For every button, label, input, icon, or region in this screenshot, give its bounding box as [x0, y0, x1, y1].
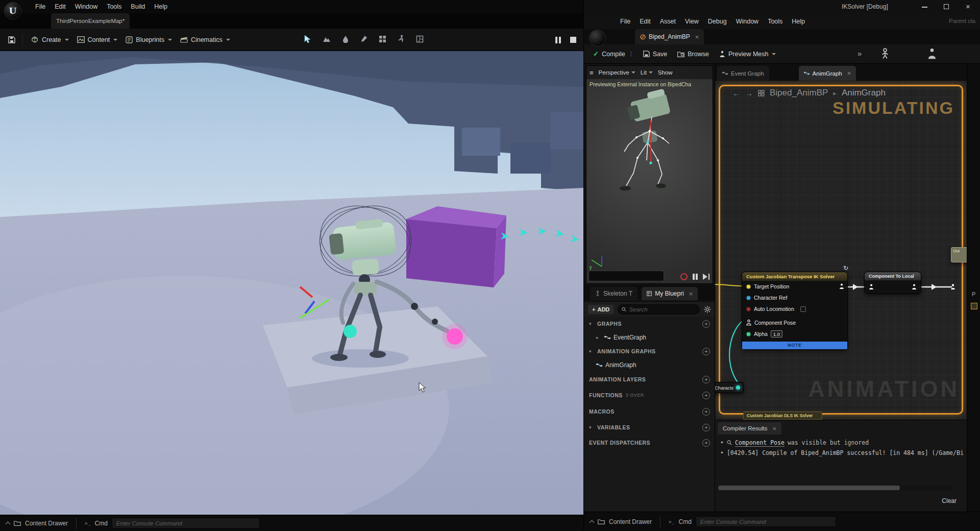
bp-menu-file[interactable]: File — [616, 16, 635, 27]
bp-menu-asset[interactable]: Asset — [655, 16, 680, 27]
caret-down-icon[interactable]: ▾ — [589, 425, 594, 430]
tab-compiler-results[interactable]: Compiler Results × — [718, 422, 781, 435]
alpha-value-input[interactable]: 1.0 — [771, 330, 782, 337]
bp-menu-window[interactable]: Window — [731, 16, 763, 27]
pose-input-pin[interactable] — [869, 284, 874, 290]
pin-dot[interactable] — [746, 307, 751, 311]
tab-event-graph[interactable]: Event Graph — [717, 66, 769, 81]
pin-dot[interactable] — [746, 296, 751, 300]
asset-tab[interactable]: Biped_AnimBP × — [635, 29, 704, 44]
nav-back-icon[interactable]: ← — [732, 89, 740, 98]
content-drawer-button[interactable]: Content Drawer — [609, 518, 652, 525]
browse-button[interactable]: Browse — [673, 48, 713, 60]
tab-animgraph[interactable]: AnimGraph × — [799, 66, 856, 81]
cmd-label[interactable]: Cmd — [95, 520, 108, 527]
expand-drawer-icon[interactable] — [590, 520, 595, 525]
tree-section-animation-layers[interactable]: ANIMATION LAYERS + — [584, 372, 715, 387]
foliage-mode-icon[interactable] — [342, 35, 349, 45]
preview-pause-button[interactable] — [693, 274, 698, 280]
level-viewport[interactable] — [0, 51, 583, 515]
dls-solver-node-partial[interactable]: Custom Jacobian DLS IK Solver — [743, 412, 822, 420]
close-tab-icon[interactable]: × — [689, 290, 693, 298]
collapsed-panel-icon[interactable] — [971, 303, 977, 309]
tree-section-functions[interactable]: FUNCTIONS 3 OVER + — [584, 387, 715, 403]
tree-section-graphs[interactable]: ▾ GRAPHS + — [584, 317, 715, 331]
search-icon[interactable] — [727, 440, 732, 445]
close-tab-icon[interactable]: × — [847, 69, 851, 77]
bookmark-grid-icon[interactable] — [758, 90, 765, 96]
pose-output-pin[interactable] — [912, 284, 917, 290]
maximize-button[interactable] — [944, 4, 949, 9]
minimize-button[interactable] — [922, 7, 927, 8]
log-link[interactable]: Component Pose — [735, 439, 785, 447]
object-pin[interactable] — [736, 385, 740, 390]
toolbar-overflow-chevrons[interactable]: » — [857, 49, 862, 58]
pose-input-pin[interactable] — [746, 320, 751, 326]
select-mode-icon[interactable] — [304, 35, 311, 45]
skeleton-tree-icon[interactable] — [880, 48, 890, 61]
add-event-dispatcher-button[interactable]: + — [702, 439, 710, 447]
character-preview-icon[interactable] — [927, 48, 937, 61]
pose-output-pin[interactable] — [839, 283, 844, 289]
animgraph-canvas[interactable]: ← → Biped_AnimBP ▸ AnimGraph SIMULATING … — [715, 81, 967, 420]
caret-down-icon[interactable]: ▾ — [589, 349, 594, 354]
preview-viewport[interactable]: ≡ Perspective Lit Show Previewing Extern… — [586, 65, 713, 284]
search-input[interactable] — [629, 305, 696, 314]
menu-window[interactable]: Window — [70, 2, 102, 12]
fracture-mode-icon[interactable] — [416, 35, 424, 45]
add-animation-graph-button[interactable]: + — [702, 348, 710, 355]
bp-menu-help[interactable]: Help — [787, 16, 810, 27]
close-window-button[interactable]: × — [966, 2, 970, 11]
modeling-mode-icon[interactable] — [379, 35, 386, 45]
auto-locomotion-checkbox[interactable] — [800, 306, 806, 312]
preview-mesh-button[interactable]: Preview Mesh — [715, 48, 780, 60]
caret-right-icon[interactable]: ▸ — [596, 335, 601, 340]
close-tab-icon[interactable]: × — [695, 33, 699, 41]
gear-icon[interactable] — [704, 306, 711, 313]
menu-edit[interactable]: Edit — [50, 2, 70, 12]
animation-mode-icon[interactable] — [398, 35, 405, 45]
save-button[interactable]: Save — [639, 48, 672, 60]
pause-button[interactable] — [555, 37, 561, 43]
output-node-partial[interactable]: Out — [951, 247, 967, 262]
caret-down-icon[interactable]: ▾ — [589, 321, 594, 326]
tree-section-animation-graphs[interactable]: ▾ ANIMATION GRAPHS + — [584, 344, 715, 358]
tree-item-animgraph[interactable]: AnimGraph — [584, 358, 715, 372]
collapsed-panel-label[interactable]: P — [972, 291, 975, 297]
expand-drawer-icon[interactable] — [6, 521, 11, 526]
bp-menu-view[interactable]: View — [680, 16, 703, 27]
clear-button[interactable]: Clear — [938, 496, 961, 506]
blueprints-button[interactable]: Blueprints — [121, 34, 176, 46]
create-button[interactable]: Create — [27, 33, 73, 46]
tree-section-variables[interactable]: ▾ VARIABLES + — [584, 420, 715, 435]
cinematics-button[interactable]: Cinematics — [176, 34, 234, 46]
bp-menu-edit[interactable]: Edit — [635, 16, 655, 27]
tree-section-event-dispatchers[interactable]: EVENT DISPATCHERS + — [584, 435, 715, 450]
menu-build[interactable]: Build — [126, 2, 150, 12]
pin-dot[interactable] — [746, 332, 751, 336]
pin-alpha[interactable]: Alpha 1.0 — [742, 328, 847, 340]
bp-menu-tools[interactable]: Tools — [763, 16, 787, 27]
paint-mode-icon[interactable] — [360, 35, 368, 45]
breadcrumb-current[interactable]: AnimGraph — [842, 88, 886, 98]
content-button[interactable]: Content — [73, 34, 122, 46]
bp-menu-debug[interactable]: Debug — [703, 16, 731, 27]
ik-solver-node[interactable]: ↻ Custom Jacobian Transpose IK Solver Ta… — [742, 272, 848, 350]
record-button[interactable] — [680, 273, 688, 280]
compile-button[interactable]: ✓ Compile ⋮ — [590, 48, 637, 60]
save-level-button[interactable] — [5, 34, 18, 46]
tab-skeleton-tree[interactable]: Skeleton T — [590, 287, 638, 300]
tab-my-blueprint[interactable]: My Bluepri × — [642, 287, 698, 300]
search-box[interactable] — [618, 304, 700, 315]
add-variable-button[interactable]: + — [702, 424, 710, 431]
console-command-input[interactable] — [696, 516, 836, 527]
nav-forward-icon[interactable]: → — [745, 89, 753, 98]
pin-auto-locomotion[interactable]: Auto Locomotion — [742, 303, 847, 315]
pin-target-position[interactable]: Target Position — [742, 281, 847, 292]
tree-item-eventgraph[interactable]: ▸ EventGraph — [584, 331, 715, 344]
cmd-label[interactable]: Cmd — [679, 518, 692, 525]
menu-tools[interactable]: Tools — [102, 2, 126, 12]
component-to-local-node[interactable]: Component To Local — [864, 272, 921, 294]
content-drawer-button[interactable]: Content Drawer — [25, 520, 68, 527]
pin-component-pose[interactable]: Component Pose — [742, 317, 847, 328]
